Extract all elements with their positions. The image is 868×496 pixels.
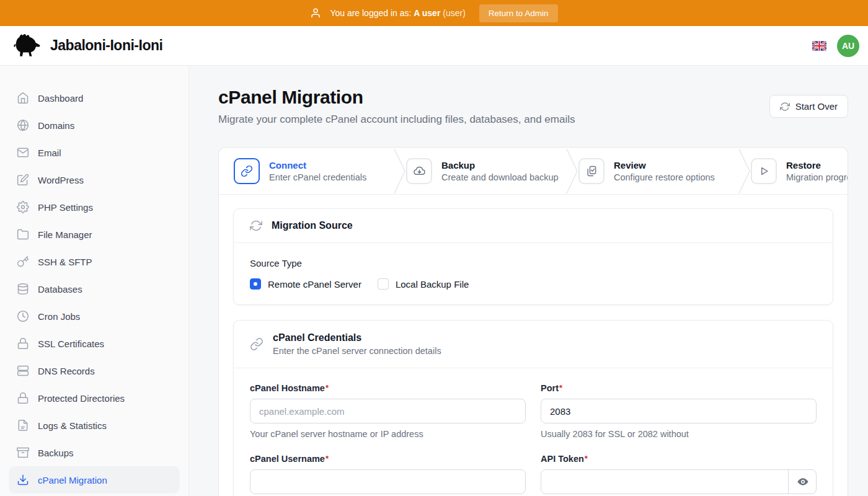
- step-subtitle: Create and download backup: [441, 172, 559, 182]
- clipboard-check-icon: [578, 158, 604, 184]
- radio-unselected-icon: [378, 278, 389, 290]
- field-cpanel-hostname: cPanel Hostname* Your cPanel server host…: [250, 383, 526, 439]
- link-icon: [250, 337, 264, 351]
- sidebar-item-ssh-sftp[interactable]: SSH & SFTP: [9, 248, 180, 275]
- brand[interactable]: Jabaloni-Ioni-Ioni: [10, 31, 162, 61]
- sidebar-item-label: Protected Directories: [38, 393, 125, 404]
- globe-icon: [17, 119, 29, 131]
- eye-icon: [797, 476, 809, 488]
- folder-icon: [17, 228, 29, 241]
- sidebar-item-label: Databases: [38, 284, 82, 294]
- sidebar-item-ssl-certificates[interactable]: SSL Certificates: [9, 330, 180, 357]
- migration-wizard: Connect Enter cPanel credentials Backup …: [218, 147, 848, 496]
- radio-label: Remote cPanel Server: [268, 279, 361, 290]
- sidebar-item-label: DNS Records: [38, 366, 95, 376]
- step-separator: [738, 148, 751, 195]
- sidebar-item-php-settings[interactable]: PHP Settings: [9, 193, 180, 221]
- card-title: cPanel Credentials: [273, 332, 441, 343]
- sidebar-item-email[interactable]: Email: [9, 139, 180, 166]
- sidebar-item-label: Dashboard: [38, 93, 83, 104]
- step-separator: [394, 148, 406, 195]
- sidebar-item-cron-jobs[interactable]: Cron Jobs: [9, 303, 180, 330]
- sidebar-item-label: cPanel Migration: [38, 475, 107, 485]
- step-connect[interactable]: Connect Enter cPanel credentials: [234, 158, 394, 184]
- language-flag-icon[interactable]: [812, 41, 826, 51]
- step-restore[interactable]: Restore Migration progress: [751, 158, 848, 184]
- migration-source-card: Migration Source Source Type Remote cPan…: [233, 208, 833, 305]
- main-content: cPanel Migration Migrate your complete c…: [189, 66, 868, 496]
- sidebar-item-protected-directories[interactable]: Protected Directories: [9, 384, 180, 412]
- sidebar-item-databases[interactable]: Databases: [9, 275, 180, 303]
- wizard-stepper: Connect Enter cPanel credentials Backup …: [219, 148, 848, 195]
- page-subtitle: Migrate your complete cPanel account inc…: [218, 113, 575, 126]
- return-to-admin-button[interactable]: Return to Admin: [479, 4, 558, 22]
- toggle-visibility-button[interactable]: [788, 469, 817, 494]
- step-subtitle: Enter cPanel credentials: [269, 172, 366, 182]
- required-asterisk: *: [559, 383, 562, 392]
- field-port: Port* Usually 2083 for SSL or 2082 witho…: [541, 383, 817, 439]
- start-over-label: Start Over: [795, 101, 838, 112]
- step-title: Review: [614, 160, 715, 170]
- sidebar-item-label: Domains: [38, 120, 74, 131]
- home-icon: [17, 92, 29, 104]
- sidebar-item-label: Backups: [38, 448, 74, 458]
- sidebar-item-label: WordPress: [38, 175, 84, 185]
- step-title: Restore: [786, 160, 848, 170]
- sidebar-item-label: Cron Jobs: [38, 311, 80, 322]
- field-help: Usually 2083 for SSL or 2082 without: [541, 429, 817, 439]
- lock-icon: [17, 337, 29, 350]
- sidebar-item-label: SSL Certificates: [38, 339, 104, 349]
- required-asterisk: *: [585, 454, 588, 463]
- cloud-download-icon: [406, 158, 432, 184]
- step-title: Connect: [269, 160, 366, 170]
- server-icon: [17, 365, 29, 377]
- play-icon: [751, 158, 777, 184]
- required-asterisk: *: [326, 454, 329, 463]
- port-input[interactable]: [541, 399, 817, 423]
- archive-icon: [17, 446, 29, 459]
- impersonated-role: (user): [443, 8, 466, 18]
- sidebar-item-dns-records[interactable]: DNS Records: [9, 357, 180, 384]
- start-over-button[interactable]: Start Over: [769, 95, 848, 118]
- card-subtitle: Enter the cPanel server connection detai…: [273, 346, 441, 356]
- page-title: cPanel Migration: [218, 87, 575, 108]
- sidebar-item-dashboard[interactable]: Dashboard: [9, 84, 180, 112]
- field-help: Your cPanel server hostname or IP addres…: [250, 429, 526, 439]
- radio-local-backup-file[interactable]: Local Backup File: [378, 278, 469, 290]
- file-text-icon: [17, 419, 29, 432]
- sidebar-item-label: Email: [38, 148, 61, 158]
- radio-remote-cpanel-server[interactable]: Remote cPanel Server: [250, 278, 361, 290]
- step-review[interactable]: Review Configure restore options: [578, 158, 738, 184]
- step-subtitle: Configure restore options: [614, 172, 715, 182]
- refresh-icon: [780, 102, 790, 112]
- boar-logo-icon: [10, 31, 42, 61]
- sidebar-item-logs-statistics[interactable]: Logs & Statistics: [9, 412, 180, 439]
- sidebar-item-label: File Manager: [38, 229, 92, 240]
- download-icon: [17, 474, 29, 486]
- step-backup[interactable]: Backup Create and download backup: [406, 158, 566, 184]
- user-icon: [310, 7, 321, 19]
- field-cpanel-username: cPanel Username*: [250, 454, 526, 494]
- impersonated-username: A user: [414, 8, 440, 18]
- user-avatar[interactable]: AU: [837, 35, 859, 57]
- field-api-token: API Token*: [541, 454, 817, 494]
- sidebar-item-backups[interactable]: Backups: [9, 439, 180, 466]
- api-token-input[interactable]: [541, 469, 817, 494]
- cpanel-username-input[interactable]: [250, 469, 526, 494]
- step-separator: [566, 148, 578, 195]
- sidebar-item-file-manager[interactable]: File Manager: [9, 221, 180, 248]
- sidebar-nav: Dashboard Domains Email WordPress PHP Se…: [0, 66, 189, 496]
- sidebar-item-domains[interactable]: Domains: [9, 112, 180, 139]
- sidebar-item-cpanel-migration[interactable]: cPanel Migration: [9, 466, 180, 494]
- impersonation-bar: You are logged in as: A user (user) Retu…: [0, 0, 868, 26]
- edit-icon: [17, 174, 29, 186]
- source-type-label: Source Type: [250, 258, 817, 268]
- radio-selected-icon: [250, 278, 261, 290]
- field-label: API Token*: [541, 454, 817, 464]
- sidebar-item-label: PHP Settings: [38, 202, 93, 213]
- impersonation-message: You are logged in as: A user (user): [330, 8, 465, 18]
- cpanel-hostname-input[interactable]: [250, 399, 526, 423]
- database-icon: [17, 283, 29, 295]
- sidebar-item-wordpress[interactable]: WordPress: [9, 166, 180, 193]
- step-title: Backup: [441, 160, 559, 170]
